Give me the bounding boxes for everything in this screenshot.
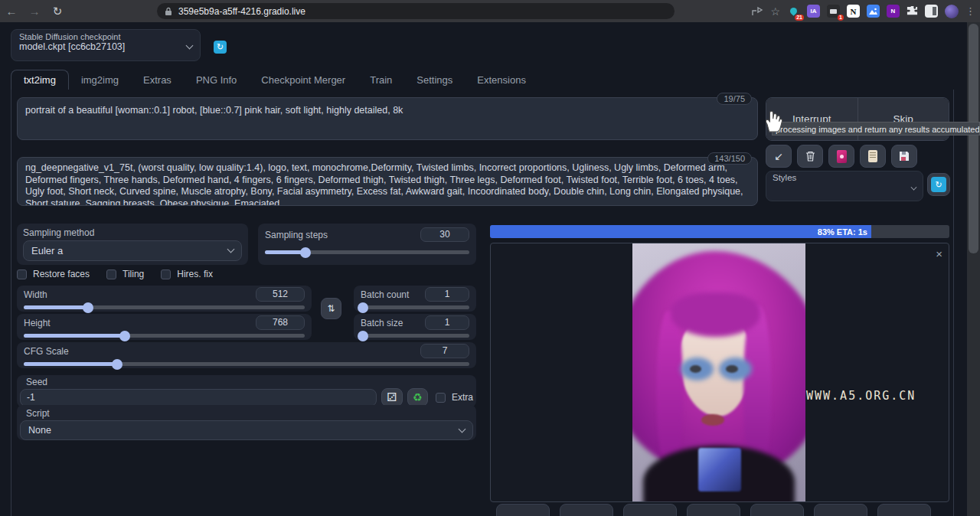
output-action-button[interactable] [496, 504, 550, 516]
image-extension-icon[interactable] [867, 5, 880, 18]
slider-handle[interactable] [112, 359, 122, 370]
browser-menu-icon[interactable]: ⋮ [965, 5, 975, 17]
slider-handle[interactable] [300, 247, 311, 258]
back-icon[interactable]: ← [0, 5, 23, 18]
hires-fix-checkbox[interactable] [161, 269, 171, 279]
generated-image[interactable] [632, 243, 805, 502]
clear-prompt-button[interactable] [797, 145, 823, 168]
trash-icon [805, 151, 815, 162]
restore-faces-checkbox[interactable] [17, 269, 27, 279]
batch-count-slider[interactable] [361, 305, 469, 309]
tab-txt2img[interactable]: txt2img [11, 70, 69, 90]
chevron-down-icon [227, 246, 235, 253]
hires-fix-option[interactable]: Hires. fix [161, 269, 213, 279]
tab-extras[interactable]: Extras [131, 70, 184, 90]
width-value[interactable]: 512 [256, 287, 305, 302]
batch-count-value[interactable]: 1 [425, 287, 469, 302]
random-seed-button[interactable]: ⚂ [381, 388, 402, 407]
output-action-button[interactable] [814, 504, 867, 516]
batch-count-block: Batch count 1 [354, 286, 476, 312]
negative-prompt-token-counter: 143/150 [707, 152, 752, 165]
checkpoint-refresh-button[interactable]: ↻ [214, 41, 227, 54]
message-extension-icon[interactable]: 1 [827, 5, 840, 18]
batch-size-value[interactable]: 1 [425, 315, 469, 330]
url-text: 359e5b9a-a5ff-4216.gradio.live [178, 6, 305, 17]
panel-right-border [953, 90, 954, 516]
sampling-method-dropdown[interactable]: Euler a [23, 240, 242, 261]
output-action-button[interactable] [560, 504, 613, 516]
prompt-textarea[interactable]: portrait of a beautiful [woman::0.1] rob… [17, 97, 758, 140]
paste-params-button[interactable]: ↙ [766, 145, 792, 168]
styles-refresh-button[interactable]: ↻ [927, 173, 950, 196]
tab-train[interactable]: Train [358, 70, 404, 90]
checkpoint-dropdown[interactable]: model.ckpt [cc6cb27103] [19, 41, 192, 52]
forward-icon[interactable]: → [23, 5, 46, 18]
extension-strip: ☆ 21 IA 1 N N ⋮ [751, 0, 975, 22]
batch-size-block: Batch size 1 [354, 314, 476, 340]
extra-networks-button[interactable] [828, 145, 854, 168]
checkpoint-value: model.ckpt [cc6cb27103] [19, 41, 125, 52]
share-icon[interactable] [751, 6, 763, 17]
styles-block: Styles [766, 171, 923, 201]
profile-avatar[interactable] [945, 5, 959, 18]
side-panel-icon[interactable] [925, 5, 938, 18]
output-action-button[interactable] [623, 504, 677, 516]
swap-dimensions-button[interactable]: ⇅ [321, 298, 341, 319]
scrollbar-thumb[interactable] [969, 24, 978, 253]
tab-img2img[interactable]: img2img [69, 70, 131, 90]
tab-settings[interactable]: Settings [404, 70, 465, 90]
output-action-button[interactable] [877, 504, 931, 516]
reuse-seed-button[interactable]: ♻ [407, 388, 428, 407]
checkpoint-block: Stable Diffusion checkpoint model.ckpt [… [11, 29, 201, 61]
restore-faces-label: Restore faces [33, 269, 90, 279]
cfg-scale-slider[interactable] [24, 362, 469, 366]
script-dropdown[interactable]: None [20, 420, 473, 440]
seed-extra-option[interactable]: Extra [436, 392, 473, 403]
batch-size-label: Batch size [361, 318, 403, 328]
sampling-steps-value[interactable]: 30 [420, 227, 469, 242]
bookmark-star-icon[interactable]: ☆ [770, 5, 780, 18]
progress-text: 83% ETA: 1s [818, 227, 867, 237]
output-action-button[interactable] [687, 504, 740, 516]
save-style-button[interactable] [891, 145, 917, 168]
cfg-scale-value[interactable]: 7 [420, 344, 469, 358]
output-action-button[interactable] [750, 504, 804, 516]
tiling-checkbox[interactable] [106, 269, 116, 279]
slider-handle[interactable] [119, 331, 130, 341]
address-bar[interactable]: 359e5b9a-a5ff-4216.gradio.live [157, 3, 675, 19]
tab-checkpoint-merger[interactable]: Checkpoint Merger [249, 70, 358, 90]
sampling-method-block: Sampling method Euler a [17, 224, 248, 265]
ia-extension-icon[interactable]: IA [807, 5, 820, 18]
slider-handle[interactable] [358, 302, 368, 313]
tiling-option[interactable]: Tiling [106, 269, 144, 279]
batch-size-slider[interactable] [361, 334, 469, 338]
close-preview-icon[interactable]: × [936, 248, 942, 260]
onenote-extension-icon[interactable]: N [887, 5, 900, 18]
extensions-puzzle-icon[interactable] [906, 5, 918, 17]
page-scrollbar[interactable] [967, 22, 980, 516]
sampling-steps-slider[interactable] [265, 250, 469, 254]
floppy-disk-icon [899, 151, 910, 162]
width-slider[interactable] [24, 305, 305, 309]
tiling-label: Tiling [122, 269, 144, 279]
height-slider[interactable] [24, 334, 305, 338]
notion-extension-icon[interactable]: N [847, 5, 860, 18]
seed-extra-checkbox[interactable] [436, 393, 446, 403]
negative-prompt-textarea[interactable]: ng_deepnegative_v1_75t, (worst quality, … [17, 157, 758, 206]
tab-png-info[interactable]: PNG Info [184, 70, 249, 90]
seed-input[interactable]: -1 [20, 389, 377, 407]
tab-extensions[interactable]: Extensions [465, 70, 538, 90]
restore-faces-option[interactable]: Restore faces [17, 269, 90, 279]
slider-handle[interactable] [83, 302, 93, 313]
pin-badge: 21 [795, 15, 804, 21]
reload-icon[interactable]: ↻ [46, 5, 69, 18]
styles-dropdown[interactable] [773, 182, 916, 194]
app-screen: ← → ↻ 359e5b9a-a5ff-4216.gradio.live ☆ 2… [0, 0, 980, 516]
slider-handle[interactable] [358, 331, 368, 341]
height-value[interactable]: 768 [256, 315, 305, 330]
sampling-steps-label: Sampling steps [265, 230, 328, 240]
arrow-down-left-icon: ↙ [774, 150, 783, 162]
pin-extension-icon[interactable]: 21 [787, 5, 800, 18]
cfg-scale-block: CFG Scale 7 [17, 342, 476, 368]
apply-styles-button[interactable] [860, 145, 886, 168]
